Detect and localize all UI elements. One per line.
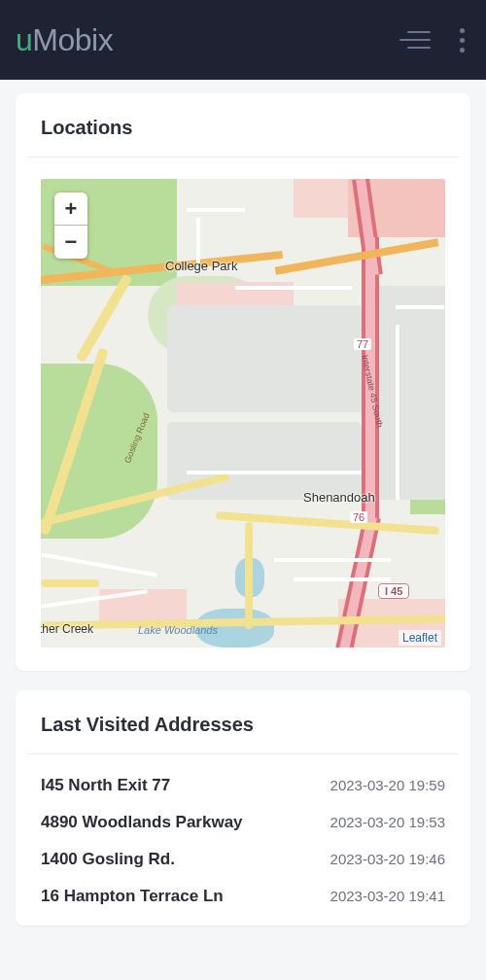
locations-card: Locations <box>16 93 470 671</box>
address-time: 2023-03-20 19:59 <box>330 777 445 793</box>
address-time: 2023-03-20 19:53 <box>330 814 445 830</box>
brand-logo: uMobix <box>16 22 113 58</box>
map-canvas: College Park Shenandoah ther Creek Lake … <box>41 179 445 648</box>
zoom-control: + − <box>54 192 87 259</box>
address-name: I45 North Exit 77 <box>41 776 170 795</box>
address-row[interactable]: 1400 Gosling Rd. 2023-03-20 19:46 <box>41 832 445 869</box>
last-visited-card: Last Visited Addresses I45 North Exit 77… <box>16 690 470 926</box>
map-label-num-77: 77 <box>354 338 371 350</box>
map-label-college-park: College Park <box>165 259 237 273</box>
map-label-lake: Lake Woodlands <box>138 624 218 636</box>
address-list: I45 North Exit 77 2023-03-20 19:59 4890 … <box>16 754 470 926</box>
locations-body: College Park Shenandoah ther Creek Lake … <box>16 158 470 671</box>
address-name: 1400 Gosling Rd. <box>41 850 175 869</box>
page-content: Locations <box>0 80 486 980</box>
brand-mobix: Mobix <box>32 22 113 57</box>
map-label-num-76: 76 <box>350 511 367 523</box>
app-root: uMobix Locations <box>0 0 486 980</box>
header-actions <box>394 22 470 58</box>
address-row[interactable]: 16 Hampton Terrace Ln 2023-03-20 19:41 <box>41 869 445 906</box>
last-visited-title: Last Visited Addresses <box>16 690 470 753</box>
address-name: 4890 Woodlands Parkway <box>41 813 243 832</box>
map-label-shenandoah: Shenandoah <box>303 490 375 505</box>
address-time: 2023-03-20 19:41 <box>330 888 445 904</box>
map-attribution[interactable]: Leaflet <box>399 630 441 646</box>
zoom-in-button[interactable]: + <box>54 192 87 226</box>
address-row[interactable]: I45 North Exit 77 2023-03-20 19:59 <box>41 758 445 795</box>
locations-title: Locations <box>16 93 470 157</box>
address-name: 16 Hampton Terrace Ln <box>41 887 224 906</box>
map-shield-i45: I 45 <box>378 583 409 599</box>
address-row[interactable]: 4890 Woodlands Parkway 2023-03-20 19:53 <box>41 795 445 832</box>
zoom-out-button[interactable]: − <box>54 226 87 259</box>
map[interactable]: College Park Shenandoah ther Creek Lake … <box>41 179 445 648</box>
more-options-icon[interactable] <box>454 22 470 58</box>
map-label-panther-creek: ther Creek <box>41 622 93 636</box>
address-time: 2023-03-20 19:46 <box>330 851 445 867</box>
brand-u: u <box>16 22 32 57</box>
app-header: uMobix <box>0 0 486 80</box>
menu-icon[interactable] <box>394 25 436 54</box>
